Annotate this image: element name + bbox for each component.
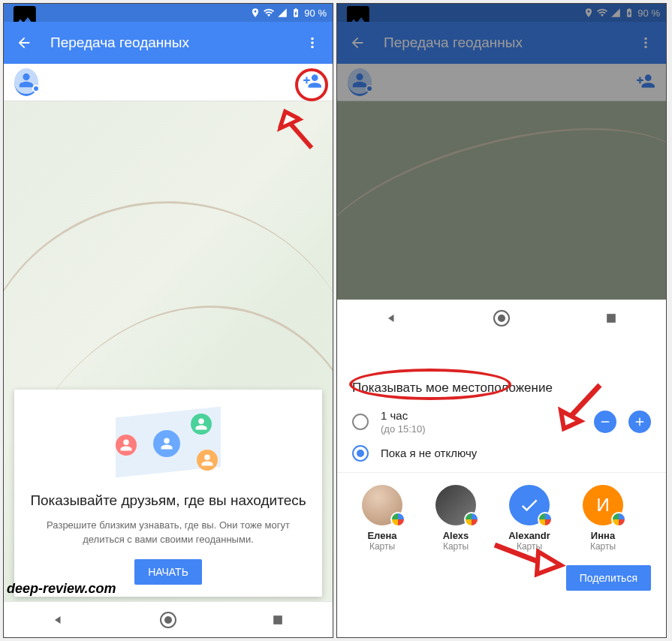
duration-option-1hour[interactable]: 1 час (до 15:10) xyxy=(352,409,651,435)
avatar-row xyxy=(4,64,333,101)
contact-name: Alexs xyxy=(426,530,486,541)
contact-app: Карты xyxy=(426,541,486,552)
card-title: Показывайте друзьям, где вы находитесь xyxy=(28,492,309,510)
svg-rect-1 xyxy=(607,314,616,323)
contact-app: Карты xyxy=(352,541,412,552)
nav-back-icon[interactable] xyxy=(384,311,399,326)
option-label: 1 час xyxy=(381,409,426,423)
card-illustration xyxy=(108,405,228,480)
svg-rect-0 xyxy=(273,615,282,624)
wifi-icon xyxy=(264,8,274,18)
contact-item[interactable]: Елена Карты xyxy=(352,485,412,552)
self-avatar[interactable] xyxy=(14,68,38,96)
nav-recent-icon[interactable] xyxy=(604,311,619,326)
sheet-title: Показывать мое местоположение xyxy=(352,381,651,396)
option-sublabel: (до 15:10) xyxy=(381,423,426,435)
promo-card: Показывайте друзьям, где вы находитесь Р… xyxy=(14,390,322,597)
battery-charging-icon xyxy=(291,8,301,18)
nav-bar xyxy=(4,601,333,637)
divider xyxy=(337,472,666,473)
nav-recent-icon[interactable] xyxy=(270,612,285,627)
card-body: Разрешите близким узнавать, где вы. Они … xyxy=(28,519,309,547)
contact-name: Alexandr xyxy=(499,530,559,541)
radio-icon xyxy=(352,445,369,462)
signal-icon xyxy=(277,8,288,18)
contact-name: Елена xyxy=(352,530,412,541)
decrease-button[interactable] xyxy=(594,411,616,433)
battery-percent: 90 % xyxy=(304,8,327,19)
nav-bar xyxy=(337,299,666,336)
nav-home-icon[interactable] xyxy=(160,612,176,628)
contact-item[interactable]: И Инна Карты xyxy=(573,485,633,552)
check-icon xyxy=(509,485,550,525)
share-button[interactable]: Поделиться xyxy=(566,565,651,591)
share-sheet: Показывать мое местоположение 1 час (до … xyxy=(337,366,666,601)
contact-app: Карты xyxy=(499,541,559,552)
status-bar: 14:09 90 % xyxy=(4,4,333,22)
increase-button[interactable] xyxy=(628,411,651,433)
contact-avatar xyxy=(362,485,402,525)
screen-2: 14:10 90 % Передача геоданных Показывать… xyxy=(336,3,667,638)
contact-item-selected[interactable]: Alexandr Карты xyxy=(499,485,559,552)
duration-option-until-off[interactable]: Пока я не отключу xyxy=(352,445,651,462)
maps-badge-icon xyxy=(611,512,626,527)
maps-badge-icon xyxy=(390,512,405,527)
appbar-title: Передача геоданных xyxy=(50,35,286,51)
maps-badge-icon xyxy=(464,512,479,527)
contact-avatar: И xyxy=(583,485,623,525)
contact-avatar xyxy=(435,485,476,525)
nav-back-icon[interactable] xyxy=(51,612,66,627)
contacts-row: Елена Карты Alexs Карты Alexandr Карты И xyxy=(352,485,651,552)
watermark: deep-review.com xyxy=(7,581,116,597)
add-person-button[interactable] xyxy=(303,71,322,94)
nav-home-icon[interactable] xyxy=(493,310,510,327)
start-button[interactable]: НАЧАТЬ xyxy=(134,559,202,585)
option-label: Пока я не отключу xyxy=(381,447,477,461)
contact-name: Инна xyxy=(573,530,633,541)
more-icon[interactable] xyxy=(304,35,321,51)
screen-1: 14:09 90 % Передача геоданных xyxy=(3,3,333,638)
contact-app: Карты xyxy=(573,541,633,552)
app-bar: Передача геоданных xyxy=(4,22,333,64)
radio-icon xyxy=(352,414,369,430)
contact-item[interactable]: Alexs Карты xyxy=(426,485,486,552)
back-icon[interactable] xyxy=(16,35,32,51)
location-icon xyxy=(250,8,261,18)
maps-badge-icon xyxy=(538,512,553,527)
